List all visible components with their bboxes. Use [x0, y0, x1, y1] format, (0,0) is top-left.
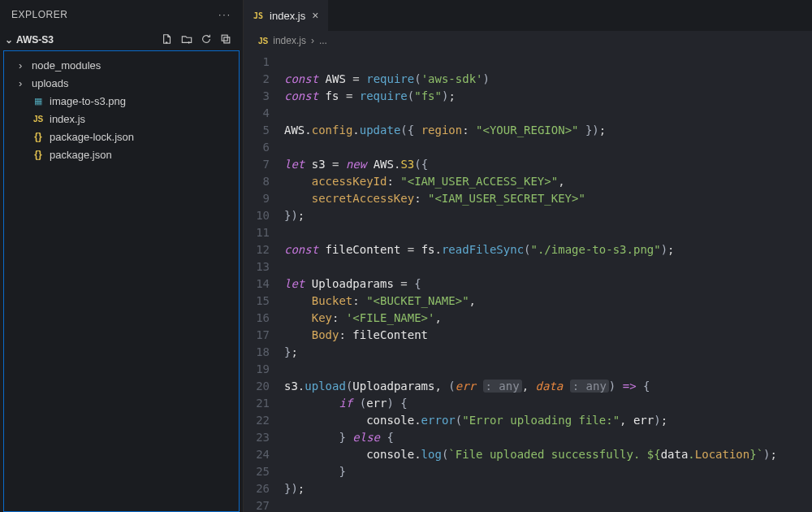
chevron-right-icon: ›	[19, 59, 27, 72]
file-tree: › node_modules › uploads ▦ image-to-s3.p…	[3, 50, 240, 512]
editor-pane: JS index.js × JS index.js › ... 1 2const…	[244, 0, 812, 512]
project-actions	[162, 33, 231, 47]
file-label: node_modules	[32, 59, 101, 72]
svg-rect-0	[222, 35, 227, 41]
tab-label: index.js	[270, 10, 305, 22]
chevron-right-icon: ›	[19, 77, 27, 89]
refresh-icon[interactable]	[201, 33, 212, 47]
file-package-json[interactable]: {} package.json	[4, 145, 239, 163]
tab-bar: JS index.js ×	[244, 0, 812, 31]
collapse-icon[interactable]	[220, 33, 231, 47]
chevron-down-icon: ⌄	[5, 34, 13, 46]
close-icon[interactable]: ×	[312, 9, 318, 22]
explorer-sidebar: EXPLORER ··· ⌄ AWS-S3 › node_modules › u…	[0, 0, 244, 512]
file-label: image-to-s3.png	[50, 95, 126, 107]
json-icon: {}	[32, 149, 45, 160]
new-folder-icon[interactable]	[181, 33, 192, 47]
breadcrumb-file: index.js	[273, 35, 306, 46]
file-label: package-lock.json	[50, 131, 134, 143]
project-name: AWS-S3	[16, 34, 54, 46]
file-index-js[interactable]: JS index.js	[4, 110, 239, 128]
image-icon: ▦	[32, 96, 45, 106]
file-image-png[interactable]: ▦ image-to-s3.png	[4, 92, 239, 110]
chevron-right-icon: ›	[311, 35, 314, 46]
json-icon: {}	[32, 131, 45, 142]
explorer-more-icon[interactable]: ···	[218, 9, 231, 20]
new-file-icon[interactable]	[162, 33, 173, 47]
folder-node-modules[interactable]: › node_modules	[4, 56, 239, 74]
js-icon: JS	[32, 115, 45, 124]
explorer-title: EXPLORER	[11, 9, 67, 20]
file-package-lock[interactable]: {} package-lock.json	[4, 128, 239, 145]
file-label: index.js	[50, 113, 85, 125]
explorer-header: EXPLORER ···	[0, 0, 243, 29]
js-icon: JS	[258, 37, 268, 46]
breadcrumb[interactable]: JS index.js › ...	[244, 31, 812, 50]
project-header[interactable]: ⌄ AWS-S3	[0, 29, 243, 50]
js-icon: JS	[253, 11, 263, 20]
file-label: package.json	[50, 149, 112, 161]
folder-uploads[interactable]: › uploads	[4, 74, 239, 92]
code-editor[interactable]: 1 2const AWS = require('aws-sdk') 3const…	[244, 50, 812, 512]
breadcrumb-rest: ...	[319, 35, 327, 46]
tab-index-js[interactable]: JS index.js ×	[244, 0, 328, 31]
file-label: uploads	[32, 77, 69, 89]
